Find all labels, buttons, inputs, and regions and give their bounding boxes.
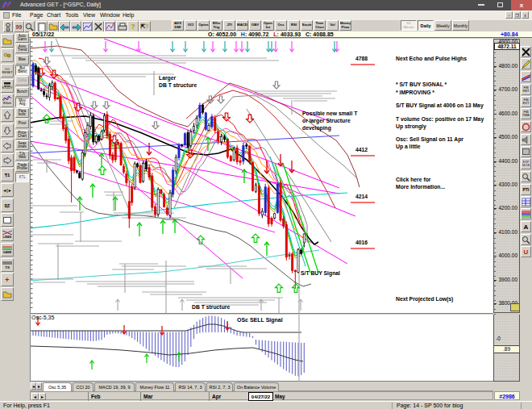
svg-text:* S/T BUY SIGNAL *: * S/T BUY SIGNAL *	[396, 81, 447, 87]
svg-text:More Information...: More Information...	[396, 184, 445, 190]
svg-text:DB T structure: DB T structure	[159, 82, 197, 88]
svg-text:Up strongly: Up strongly	[396, 123, 426, 130]
svg-text:Osc-5,35: Osc-5,35	[31, 315, 55, 320]
svg-text:4412: 4412	[355, 147, 368, 152]
svg-text:DB T structure: DB T structure	[192, 304, 230, 310]
svg-text:Possible new small T: Possible new small T	[302, 111, 358, 116]
svg-text:developing: developing	[302, 125, 331, 131]
svg-text:Next Echo and Pulse Highs: Next Echo and Pulse Highs	[396, 56, 467, 62]
svg-text:4214: 4214	[355, 194, 368, 199]
svg-text:or larger Structure: or larger Structure	[302, 118, 351, 124]
svg-text:S/T BUY Signal at 4006 on 13 M: S/T BUY Signal at 4006 on 13 May	[396, 102, 484, 109]
svg-text:Osc: Sell Signal on 11 Apr: Osc: Sell Signal on 11 Apr	[396, 136, 463, 143]
svg-text:T volume Osc: positive on 17 M: T volume Osc: positive on 17 May	[396, 116, 484, 123]
svg-text:Larger: Larger	[159, 75, 177, 81]
svg-text:Next Projected Low(s): Next Projected Low(s)	[396, 296, 453, 303]
svg-text:Click here for: Click here for	[396, 177, 431, 182]
svg-text:4016: 4016	[355, 240, 368, 245]
svg-text:S/T BUY Signal: S/T BUY Signal	[301, 270, 340, 277]
svg-text:OSc SELL Signal: OSc SELL Signal	[237, 317, 283, 323]
svg-text:4788: 4788	[355, 56, 368, 61]
svg-text:* IMPROVING *: * IMPROVING *	[396, 90, 434, 95]
svg-text:Up a little: Up a little	[396, 144, 421, 150]
